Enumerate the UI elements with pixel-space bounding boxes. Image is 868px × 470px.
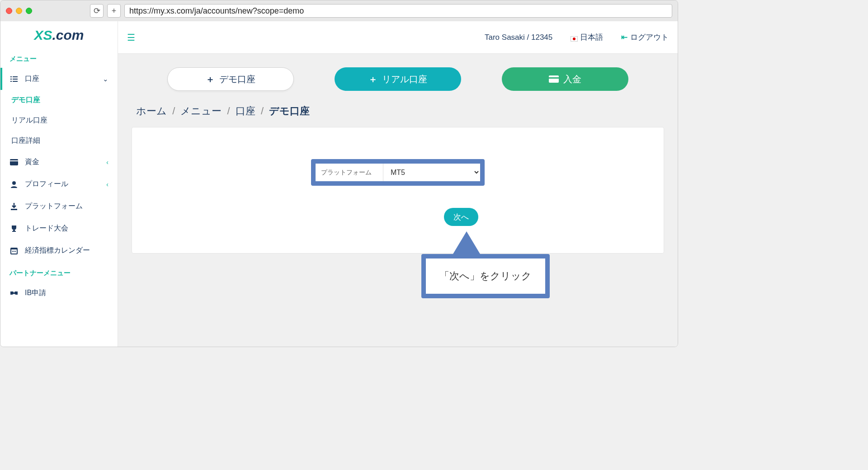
plus-icon: ＋ — [368, 73, 377, 85]
callout-arrow-icon — [453, 231, 480, 254]
breadcrumb: ホーム / メニュー / 口座 / デモ口座 — [118, 103, 678, 127]
svg-rect-15 — [549, 75, 559, 83]
chevron-down-icon: ⌄ — [103, 75, 108, 83]
browser-window: ⟳ + https://my.xs.com/ja/accounts/new?sc… — [0, 0, 678, 347]
close-window-icon[interactable] — [6, 8, 12, 14]
real-account-button[interactable]: ＋ リアル口座 — [335, 67, 461, 91]
reload-button[interactable]: ⟳ — [90, 4, 104, 18]
sidebar-item-platform[interactable]: プラットフォーム — [0, 195, 118, 217]
sidebar-item-calendar[interactable]: 経済指標カレンダー — [0, 240, 118, 262]
url-bar[interactable]: https://my.xs.com/ja/accounts/new?scope=… — [124, 4, 672, 18]
logo-xs: XS — [34, 28, 52, 42]
action-buttons-row: ＋ デモ口座 ＋ リアル口座 入金 — [118, 54, 678, 103]
logout-label: ログアウト — [630, 33, 669, 42]
sidebar-item-label: 口座 — [25, 74, 39, 84]
callout-text: 「次へ」をクリック — [421, 254, 550, 298]
wallet-icon — [9, 159, 19, 165]
svg-rect-7 — [10, 160, 18, 161]
svg-rect-9 — [11, 209, 17, 210]
list-icon — [9, 76, 19, 82]
svg-rect-2 — [10, 79, 12, 80]
app-root: XS.com メニュー 口座 ⌄ デモ口座 リアル口座 口座詳細 資金 ‹ — [0, 21, 678, 347]
minimize-window-icon[interactable] — [16, 8, 22, 14]
platform-field-highlight: プラットフォーム MT5 — [311, 159, 485, 186]
card-icon — [549, 75, 559, 83]
language-switcher[interactable]: 日本語 — [571, 32, 603, 42]
logout-button[interactable]: ⇤ログアウト — [621, 32, 669, 42]
topbar: ☰ Taro Sasaki / 12345 日本語 ⇤ログアウト — [118, 21, 678, 54]
browser-toolbar: ⟳ + https://my.xs.com/ja/accounts/new?sc… — [0, 0, 678, 21]
calendar-icon — [9, 247, 19, 254]
sidebar-item-ib-apply[interactable]: IB申請 — [0, 282, 118, 304]
next-button[interactable]: 次へ — [444, 208, 478, 226]
sidebar-item-label: IB申請 — [25, 288, 46, 298]
language-label: 日本語 — [580, 33, 603, 42]
hamburger-icon[interactable]: ☰ — [127, 32, 135, 43]
svg-rect-12 — [12, 251, 13, 252]
sidebar-item-label: 資金 — [25, 157, 39, 167]
breadcrumb-current: デモ口座 — [269, 105, 310, 117]
platform-select[interactable]: MT5 — [383, 164, 480, 181]
svg-rect-16 — [549, 77, 559, 79]
svg-rect-4 — [10, 81, 12, 82]
sidebar: XS.com メニュー 口座 ⌄ デモ口座 リアル口座 口座詳細 資金 ‹ — [0, 21, 118, 347]
svg-rect-13 — [14, 251, 14, 252]
user-icon — [9, 181, 19, 188]
handshake-icon — [9, 290, 19, 296]
svg-rect-14 — [15, 251, 16, 252]
breadcrumb-accounts[interactable]: 口座 — [236, 105, 255, 117]
sidebar-section-menu: メニュー — [0, 47, 118, 68]
sidebar-item-label: トレード大会 — [25, 224, 68, 233]
download-icon — [9, 203, 19, 210]
platform-label: プラットフォーム — [316, 164, 383, 181]
form-card: プラットフォーム MT5 次へ 「次へ」をクリック — [132, 127, 664, 254]
chevron-left-icon: ‹ — [106, 158, 108, 166]
sidebar-item-funds[interactable]: 資金 ‹ — [0, 151, 118, 173]
deposit-button[interactable]: 入金 — [502, 67, 628, 91]
demo-account-button[interactable]: ＋ デモ口座 — [167, 67, 294, 91]
new-tab-button[interactable]: + — [107, 4, 121, 18]
plus-icon: ＋ — [206, 73, 215, 85]
breadcrumb-sep: / — [227, 105, 230, 117]
sidebar-item-accounts[interactable]: 口座 ⌄ — [0, 68, 118, 90]
maximize-window-icon[interactable] — [26, 8, 32, 14]
button-label: 入金 — [563, 73, 581, 85]
callout: 「次へ」をクリック — [421, 231, 550, 298]
button-label: デモ口座 — [219, 73, 255, 85]
logout-icon: ⇤ — [621, 33, 627, 42]
sidebar-item-contest[interactable]: トレード大会 — [0, 217, 118, 240]
svg-rect-3 — [13, 79, 18, 80]
flag-jp-icon — [571, 36, 578, 42]
svg-rect-5 — [13, 81, 18, 82]
topbar-right: Taro Sasaki / 12345 日本語 ⇤ログアウト — [485, 32, 669, 42]
main-content: ☰ Taro Sasaki / 12345 日本語 ⇤ログアウト ＋ デモ口座 — [118, 21, 678, 347]
breadcrumb-home[interactable]: ホーム — [136, 105, 167, 117]
breadcrumb-sep: / — [261, 105, 264, 117]
sidebar-subitem-real[interactable]: リアル口座 — [0, 110, 118, 131]
svg-rect-0 — [10, 76, 12, 77]
sidebar-item-profile[interactable]: プロフィール ‹ — [0, 173, 118, 195]
button-label: リアル口座 — [382, 73, 427, 85]
sidebar-item-label: プラットフォーム — [25, 202, 83, 211]
sidebar-subitem-demo[interactable]: デモ口座 — [0, 90, 118, 110]
user-label[interactable]: Taro Sasaki / 12345 — [485, 33, 552, 42]
sidebar-item-label: プロフィール — [25, 179, 68, 189]
svg-rect-1 — [13, 76, 18, 77]
svg-rect-6 — [10, 159, 18, 165]
trophy-icon — [9, 225, 19, 232]
sidebar-subitem-details[interactable]: 口座詳細 — [0, 131, 118, 151]
sidebar-section-partner: パートナーメニュー — [0, 262, 118, 282]
svg-point-8 — [12, 181, 16, 185]
window-controls — [6, 8, 32, 14]
chevron-left-icon: ‹ — [106, 180, 108, 188]
breadcrumb-sep: / — [172, 105, 175, 117]
logo-com: .com — [52, 28, 84, 42]
logo[interactable]: XS.com — [0, 21, 118, 47]
svg-rect-11 — [11, 248, 17, 249]
sidebar-item-label: 経済指標カレンダー — [25, 246, 90, 255]
breadcrumb-menu[interactable]: メニュー — [180, 105, 222, 117]
